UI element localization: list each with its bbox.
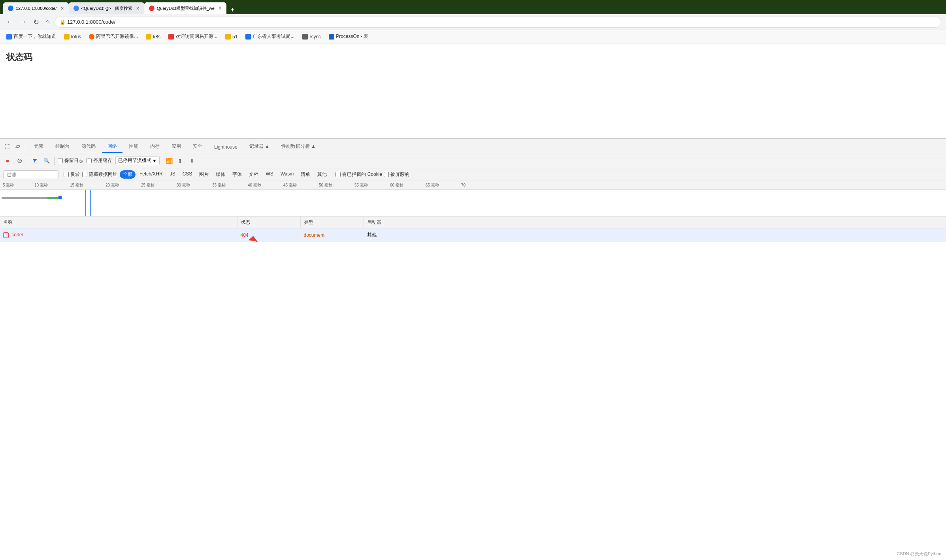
- reverse-checkbox[interactable]: [64, 172, 69, 177]
- blocked-cookies-label[interactable]: 有已拦截的 Cookie: [335, 171, 382, 178]
- tab-performance-insights[interactable]: 性能数据分析 ▲: [276, 141, 321, 153]
- tab-memory[interactable]: 内存: [145, 141, 165, 153]
- tab-sources[interactable]: 源代码: [76, 141, 101, 153]
- tick-15ms: 15 毫秒: [69, 183, 104, 188]
- tab-close-2[interactable]: ×: [136, 5, 139, 11]
- address-bar: ← → ↻ ⌂ 🔒 127.0.0.1:8000/code/: [0, 14, 946, 30]
- new-tab-btn[interactable]: +: [228, 6, 237, 14]
- reverse-filter-label[interactable]: 反转: [64, 171, 80, 178]
- tick-70ms: 70: [460, 183, 476, 187]
- row-icon: [3, 232, 9, 238]
- bookmark-favicon-rsync: [302, 34, 308, 40]
- type-filter-font[interactable]: 字体: [229, 170, 245, 179]
- bookmark-baidu[interactable]: 百度一下，你就知道: [3, 32, 59, 41]
- tick-30ms: 30 毫秒: [175, 183, 211, 188]
- reload-button[interactable]: ↻: [32, 16, 41, 28]
- download-icon[interactable]: ⬇: [188, 156, 196, 165]
- timeline-vline-blue: [90, 190, 91, 217]
- network-filter-bar: 反转 隐藏数据网址 全部 Fetch/XHR JS CSS 图片 媒体 字体 文…: [0, 168, 946, 181]
- row-type: document: [304, 232, 325, 238]
- tab-elements[interactable]: 元素: [28, 141, 49, 153]
- tick-65ms: 65 毫秒: [424, 183, 460, 188]
- bookmark-k8s[interactable]: k8s: [143, 33, 164, 41]
- address-input[interactable]: 🔒 127.0.0.1:8000/code/: [55, 17, 941, 28]
- tick-35ms: 35 毫秒: [211, 183, 247, 188]
- tab-bar: 127.0.0.1:8000/code/ × <QueryDict: {}> -…: [0, 0, 946, 14]
- row-type-cell: document: [300, 228, 364, 242]
- disable-cache-label[interactable]: 停用缓存: [87, 157, 112, 164]
- tab-recorder[interactable]: 记录器 ▲: [244, 141, 275, 153]
- type-filter-all[interactable]: 全部: [120, 170, 136, 179]
- upload-icon[interactable]: ⬆: [176, 156, 185, 165]
- row-initiator: 其他: [367, 232, 377, 238]
- tick-55ms: 55 毫秒: [353, 183, 389, 188]
- throttle-dropdown[interactable]: 已停用节流模式 ▼: [115, 156, 160, 165]
- bookmark-guangdong[interactable]: 广东省人事考试局...: [242, 32, 298, 41]
- type-filter-img[interactable]: 图片: [196, 170, 212, 179]
- type-filter-wasm[interactable]: Wasm: [277, 170, 297, 179]
- bookmark-alibaba[interactable]: 阿里巴巴开源镜像...: [86, 32, 141, 41]
- type-filter-other[interactable]: 其他: [314, 170, 330, 179]
- tab-lighthouse[interactable]: Lighthouse: [209, 142, 243, 153]
- blocked-requests-label[interactable]: 被屏蔽的: [384, 171, 409, 178]
- search-button[interactable]: 🔍: [42, 156, 51, 165]
- preserve-log-label[interactable]: 保留日志: [58, 157, 83, 164]
- type-filter-ws[interactable]: WS: [262, 170, 276, 179]
- device-icon[interactable]: ▱: [14, 141, 22, 151]
- tab-2[interactable]: <QueryDict: {}> - 四度搜索 ×: [69, 2, 144, 14]
- type-filter-fetch[interactable]: Fetch/XHR: [136, 170, 166, 179]
- bookmark-label-lotus: lotus: [71, 34, 81, 40]
- record-button[interactable]: ●: [3, 156, 12, 165]
- preserve-log-checkbox[interactable]: [58, 158, 63, 163]
- type-filter-doc[interactable]: 文档: [246, 170, 262, 179]
- filter-icon[interactable]: [30, 156, 39, 165]
- type-filter-css[interactable]: CSS: [179, 170, 196, 179]
- tab-3[interactable]: QueryDict模型里找知识件_we ×: [144, 2, 226, 14]
- tab-application[interactable]: 应用: [166, 141, 187, 153]
- row-name-cell: code/: [0, 228, 237, 242]
- row-initiator-cell: 其他: [364, 228, 946, 242]
- filter-input[interactable]: [3, 170, 58, 179]
- url-text: 127.0.0.1:8000/code/: [67, 19, 115, 25]
- hide-data-url-label[interactable]: 隐藏数据网址: [82, 171, 117, 178]
- bookmark-netease[interactable]: 欢迎访问网易开源...: [165, 32, 220, 41]
- col-type: 类型: [300, 217, 364, 228]
- tick-25ms: 25 毫秒: [140, 183, 175, 188]
- bookmark-processon[interactable]: ProcessOn - 表: [326, 32, 371, 41]
- type-filter-js[interactable]: JS: [167, 170, 179, 179]
- clear-button[interactable]: ⊘: [15, 156, 24, 165]
- tab-console[interactable]: 控制台: [50, 141, 75, 153]
- tab-close-3[interactable]: ×: [219, 5, 222, 11]
- row-status: 404: [241, 232, 249, 238]
- tab-close-1[interactable]: ×: [60, 5, 64, 11]
- forward-button[interactable]: →: [18, 16, 28, 28]
- tab-network[interactable]: 网络: [102, 141, 122, 153]
- blocked-requests-checkbox[interactable]: [384, 172, 389, 177]
- inspect-icon[interactable]: ⬚: [3, 141, 12, 151]
- bookmark-rsync[interactable]: rsync: [299, 33, 324, 41]
- wifi-icon: 📶: [166, 158, 173, 164]
- reverse-label: 反转: [70, 171, 80, 178]
- back-button[interactable]: ←: [5, 16, 15, 28]
- bookmark-lotus[interactable]: lotus: [61, 33, 84, 41]
- tick-60ms: 60 毫秒: [389, 183, 424, 188]
- timeline-area: 5 毫秒 10 毫秒 15 毫秒 20 毫秒 25 毫秒 30 毫秒 35 毫秒…: [0, 181, 946, 217]
- timeline-content[interactable]: [0, 190, 946, 217]
- tab-1[interactable]: 127.0.0.1:8000/code/ ×: [3, 2, 69, 14]
- timeline-vline-purple: [85, 190, 86, 217]
- table-row[interactable]: code/ 404 document 其他: [0, 228, 946, 242]
- blocked-cookies-checkbox[interactable]: [335, 172, 341, 177]
- hide-data-url-checkbox[interactable]: [82, 172, 87, 177]
- tab-performance[interactable]: 性能: [123, 141, 144, 153]
- blocked-requests-text: 被屏蔽的: [390, 171, 409, 178]
- home-button[interactable]: ⌂: [44, 16, 51, 28]
- col-initiator: 启动器: [364, 217, 946, 228]
- bookmark-favicon-k8s: [146, 34, 151, 40]
- bookmark-favicon-alibaba: [89, 34, 94, 40]
- bookmark-label-baidu: 百度一下，你就知道: [13, 33, 56, 40]
- disable-cache-checkbox[interactable]: [87, 158, 92, 163]
- tab-security[interactable]: 安全: [187, 141, 208, 153]
- bookmark-51[interactable]: 51: [222, 33, 241, 41]
- type-filter-manifest[interactable]: 清单: [298, 170, 313, 179]
- type-filter-media[interactable]: 媒体: [213, 170, 228, 179]
